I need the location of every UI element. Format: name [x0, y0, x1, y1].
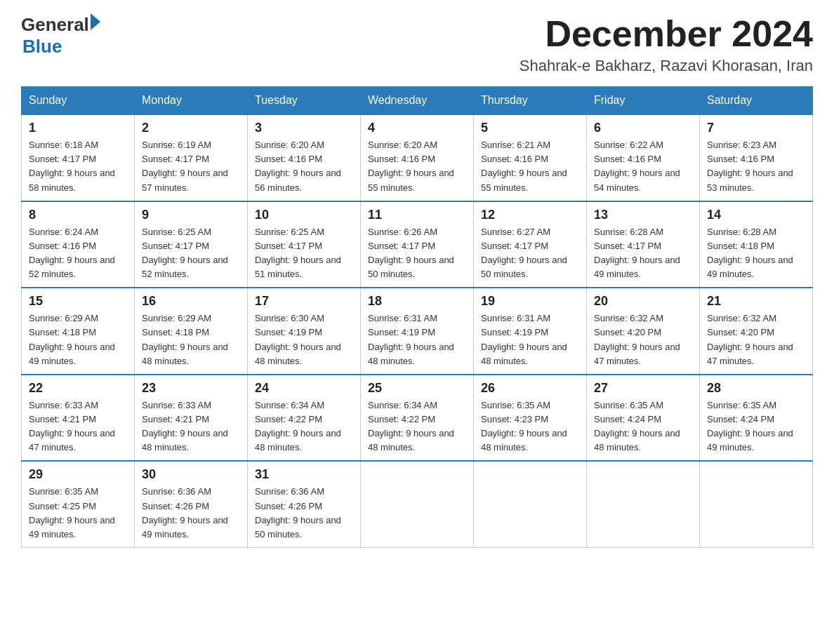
day-number: 25 [368, 381, 466, 396]
calendar-cell: 23 Sunrise: 6:33 AMSunset: 4:21 PMDaylig… [135, 375, 248, 462]
calendar-cell: 1 Sunrise: 6:18 AMSunset: 4:17 PMDayligh… [22, 114, 135, 201]
day-number: 18 [368, 294, 466, 309]
day-number: 28 [707, 381, 805, 396]
day-info: Sunrise: 6:30 AMSunset: 4:19 PMDaylight:… [255, 311, 353, 368]
day-number: 3 [255, 121, 353, 135]
day-number: 7 [707, 121, 805, 135]
calendar-cell: 6 Sunrise: 6:22 AMSunset: 4:16 PMDayligh… [587, 114, 700, 201]
calendar-cell: 26 Sunrise: 6:35 AMSunset: 4:23 PMDaylig… [474, 375, 587, 462]
month-title: December 2024 [519, 14, 813, 54]
day-info: Sunrise: 6:18 AMSunset: 4:17 PMDaylight:… [29, 138, 127, 195]
calendar-cell: 24 Sunrise: 6:34 AMSunset: 4:22 PMDaylig… [248, 375, 361, 462]
day-info: Sunrise: 6:28 AMSunset: 4:17 PMDaylight:… [594, 225, 692, 282]
day-info: Sunrise: 6:25 AMSunset: 4:17 PMDaylight:… [142, 225, 240, 282]
weekday-header-row: SundayMondayTuesdayWednesdayThursdayFrid… [22, 87, 813, 115]
calendar-cell: 28 Sunrise: 6:35 AMSunset: 4:24 PMDaylig… [700, 375, 813, 462]
calendar-cell: 13 Sunrise: 6:28 AMSunset: 4:17 PMDaylig… [587, 201, 700, 288]
calendar-cell: 9 Sunrise: 6:25 AMSunset: 4:17 PMDayligh… [135, 201, 248, 288]
weekday-header-thursday: Thursday [474, 87, 587, 115]
title-area: December 2024 Shahrak-e Bakharz, Razavi … [519, 14, 813, 75]
calendar-cell [474, 461, 587, 547]
day-info: Sunrise: 6:34 AMSunset: 4:22 PMDaylight:… [255, 398, 353, 455]
day-number: 11 [368, 208, 466, 222]
calendar-cell [587, 461, 700, 547]
calendar-cell: 19 Sunrise: 6:31 AMSunset: 4:19 PMDaylig… [474, 288, 587, 375]
calendar-cell: 11 Sunrise: 6:26 AMSunset: 4:17 PMDaylig… [361, 201, 474, 288]
day-info: Sunrise: 6:35 AMSunset: 4:24 PMDaylight:… [594, 398, 692, 455]
day-number: 13 [594, 208, 692, 222]
day-info: Sunrise: 6:35 AMSunset: 4:24 PMDaylight:… [707, 398, 805, 455]
calendar-cell: 21 Sunrise: 6:32 AMSunset: 4:20 PMDaylig… [700, 288, 813, 375]
day-info: Sunrise: 6:32 AMSunset: 4:20 PMDaylight:… [594, 311, 692, 368]
day-number: 15 [29, 294, 127, 309]
logo: General Blue [21, 14, 100, 58]
day-number: 27 [594, 381, 692, 396]
day-info: Sunrise: 6:31 AMSunset: 4:19 PMDaylight:… [481, 311, 579, 368]
day-info: Sunrise: 6:29 AMSunset: 4:18 PMDaylight:… [29, 311, 127, 368]
day-info: Sunrise: 6:26 AMSunset: 4:17 PMDaylight:… [368, 225, 466, 282]
calendar-cell: 31 Sunrise: 6:36 AMSunset: 4:26 PMDaylig… [248, 461, 361, 547]
calendar-week-row: 1 Sunrise: 6:18 AMSunset: 4:17 PMDayligh… [22, 114, 813, 201]
calendar-cell [361, 461, 474, 547]
day-number: 20 [594, 294, 692, 309]
calendar-cell: 15 Sunrise: 6:29 AMSunset: 4:18 PMDaylig… [22, 288, 135, 375]
day-number: 5 [481, 121, 579, 135]
day-number: 4 [368, 121, 466, 135]
calendar-cell: 17 Sunrise: 6:30 AMSunset: 4:19 PMDaylig… [248, 288, 361, 375]
logo-blue-text: Blue [22, 36, 100, 58]
calendar-cell [700, 461, 813, 547]
calendar-cell: 14 Sunrise: 6:28 AMSunset: 4:18 PMDaylig… [700, 201, 813, 288]
day-info: Sunrise: 6:32 AMSunset: 4:20 PMDaylight:… [707, 311, 805, 368]
calendar-cell: 7 Sunrise: 6:23 AMSunset: 4:16 PMDayligh… [700, 114, 813, 201]
day-number: 12 [481, 208, 579, 222]
page-header: General Blue December 2024 Shahrak-e Bak… [21, 14, 813, 75]
day-info: Sunrise: 6:28 AMSunset: 4:18 PMDaylight:… [707, 225, 805, 282]
calendar-cell: 12 Sunrise: 6:27 AMSunset: 4:17 PMDaylig… [474, 201, 587, 288]
calendar-week-row: 8 Sunrise: 6:24 AMSunset: 4:16 PMDayligh… [22, 201, 813, 288]
day-info: Sunrise: 6:24 AMSunset: 4:16 PMDaylight:… [29, 225, 127, 282]
day-info: Sunrise: 6:21 AMSunset: 4:16 PMDaylight:… [481, 138, 579, 195]
day-info: Sunrise: 6:34 AMSunset: 4:22 PMDaylight:… [368, 398, 466, 455]
day-number: 9 [142, 208, 240, 222]
weekday-header-saturday: Saturday [700, 87, 813, 115]
day-info: Sunrise: 6:33 AMSunset: 4:21 PMDaylight:… [142, 398, 240, 455]
day-info: Sunrise: 6:33 AMSunset: 4:21 PMDaylight:… [29, 398, 127, 455]
day-number: 2 [142, 121, 240, 135]
calendar-cell: 25 Sunrise: 6:34 AMSunset: 4:22 PMDaylig… [361, 375, 474, 462]
calendar-cell: 2 Sunrise: 6:19 AMSunset: 4:17 PMDayligh… [135, 114, 248, 201]
day-number: 31 [255, 467, 353, 482]
day-info: Sunrise: 6:29 AMSunset: 4:18 PMDaylight:… [142, 311, 240, 368]
logo-triangle-icon [91, 13, 100, 30]
calendar-cell: 5 Sunrise: 6:21 AMSunset: 4:16 PMDayligh… [474, 114, 587, 201]
weekday-header-monday: Monday [135, 87, 248, 115]
day-number: 1 [29, 121, 127, 135]
calendar-cell: 8 Sunrise: 6:24 AMSunset: 4:16 PMDayligh… [22, 201, 135, 288]
weekday-header-tuesday: Tuesday [248, 87, 361, 115]
day-info: Sunrise: 6:36 AMSunset: 4:26 PMDaylight:… [255, 485, 353, 542]
day-info: Sunrise: 6:22 AMSunset: 4:16 PMDaylight:… [594, 138, 692, 195]
day-number: 22 [29, 381, 127, 396]
location-title: Shahrak-e Bakharz, Razavi Khorasan, Iran [519, 57, 813, 75]
calendar-table: SundayMondayTuesdayWednesdayThursdayFrid… [21, 86, 813, 548]
weekday-header-sunday: Sunday [22, 87, 135, 115]
weekday-header-friday: Friday [587, 87, 700, 115]
day-number: 17 [255, 294, 353, 309]
day-number: 19 [481, 294, 579, 309]
calendar-cell: 3 Sunrise: 6:20 AMSunset: 4:16 PMDayligh… [248, 114, 361, 201]
day-number: 16 [142, 294, 240, 309]
calendar-cell: 16 Sunrise: 6:29 AMSunset: 4:18 PMDaylig… [135, 288, 248, 375]
day-info: Sunrise: 6:19 AMSunset: 4:17 PMDaylight:… [142, 138, 240, 195]
calendar-cell: 4 Sunrise: 6:20 AMSunset: 4:16 PMDayligh… [361, 114, 474, 201]
calendar-cell: 30 Sunrise: 6:36 AMSunset: 4:26 PMDaylig… [135, 461, 248, 547]
calendar-cell: 27 Sunrise: 6:35 AMSunset: 4:24 PMDaylig… [587, 375, 700, 462]
calendar-week-row: 22 Sunrise: 6:33 AMSunset: 4:21 PMDaylig… [22, 375, 813, 462]
day-number: 21 [707, 294, 805, 309]
day-number: 24 [255, 381, 353, 396]
day-number: 14 [707, 208, 805, 222]
day-number: 8 [29, 208, 127, 222]
day-number: 6 [594, 121, 692, 135]
day-number: 29 [29, 467, 127, 482]
calendar-week-row: 15 Sunrise: 6:29 AMSunset: 4:18 PMDaylig… [22, 288, 813, 375]
calendar-cell: 18 Sunrise: 6:31 AMSunset: 4:19 PMDaylig… [361, 288, 474, 375]
day-number: 30 [142, 467, 240, 482]
